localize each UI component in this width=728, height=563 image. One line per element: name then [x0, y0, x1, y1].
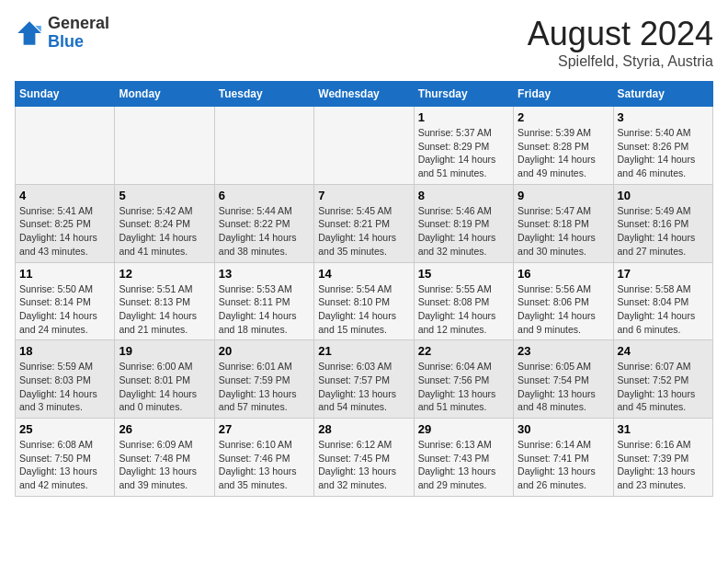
day-info: Sunrise: 5:45 AM Sunset: 8:21 PM Dayligh…	[318, 204, 409, 259]
calendar-cell: 1Sunrise: 5:37 AM Sunset: 8:29 PM Daylig…	[414, 107, 513, 185]
calendar-cell: 5Sunrise: 5:42 AM Sunset: 8:24 PM Daylig…	[115, 184, 214, 262]
day-info: Sunrise: 6:07 AM Sunset: 7:52 PM Dayligh…	[618, 360, 709, 414]
header-monday: Monday	[115, 82, 214, 107]
day-number: 16	[518, 267, 609, 281]
calendar-cell: 11Sunrise: 5:50 AM Sunset: 8:14 PM Dayli…	[16, 262, 115, 340]
calendar-cell: 4Sunrise: 5:41 AM Sunset: 8:25 PM Daylig…	[16, 184, 115, 262]
day-info: Sunrise: 5:40 AM Sunset: 8:26 PM Dayligh…	[618, 126, 709, 180]
day-number: 9	[518, 189, 609, 202]
logo: General Blue	[15, 15, 109, 52]
day-info: Sunrise: 5:51 AM Sunset: 8:13 PM Dayligh…	[119, 282, 210, 337]
day-number: 30	[518, 422, 609, 436]
day-number: 27	[219, 422, 310, 436]
calendar-cell: 17Sunrise: 5:58 AM Sunset: 8:04 PM Dayli…	[613, 262, 712, 340]
day-info: Sunrise: 5:41 AM Sunset: 8:25 PM Dayligh…	[19, 204, 110, 259]
day-number: 3	[618, 110, 709, 124]
day-info: Sunrise: 5:58 AM Sunset: 8:04 PM Dayligh…	[618, 282, 709, 337]
day-info: Sunrise: 5:46 AM Sunset: 8:19 PM Dayligh…	[418, 204, 509, 259]
week-row-3: 11Sunrise: 5:50 AM Sunset: 8:14 PM Dayli…	[16, 262, 713, 340]
day-number: 8	[418, 189, 509, 202]
calendar-cell: 2Sunrise: 5:39 AM Sunset: 8:28 PM Daylig…	[514, 107, 613, 185]
day-number: 13	[219, 267, 310, 281]
day-info: Sunrise: 6:14 AM Sunset: 7:41 PM Dayligh…	[518, 438, 609, 492]
week-row-4: 18Sunrise: 5:59 AM Sunset: 8:03 PM Dayli…	[16, 340, 713, 419]
logo-general-text: General	[48, 14, 109, 32]
header-friday: Friday	[514, 82, 613, 107]
calendar-cell	[314, 107, 414, 185]
day-number: 18	[19, 344, 110, 358]
day-number: 17	[618, 267, 709, 281]
svg-marker-0	[17, 21, 41, 45]
day-number: 25	[19, 422, 110, 436]
day-info: Sunrise: 5:42 AM Sunset: 8:24 PM Dayligh…	[119, 204, 210, 259]
day-number: 11	[19, 267, 110, 281]
day-info: Sunrise: 5:50 AM Sunset: 8:14 PM Dayligh…	[19, 282, 110, 337]
day-info: Sunrise: 5:54 AM Sunset: 8:10 PM Dayligh…	[318, 282, 409, 337]
header-tuesday: Tuesday	[214, 82, 313, 107]
day-info: Sunrise: 6:00 AM Sunset: 8:01 PM Dayligh…	[119, 360, 210, 414]
calendar-cell	[115, 107, 214, 185]
day-info: Sunrise: 5:53 AM Sunset: 8:11 PM Dayligh…	[219, 282, 310, 337]
day-number: 29	[418, 422, 509, 436]
day-number: 24	[618, 344, 709, 358]
title-block: August 2024 Spielfeld, Styria, Austria	[528, 15, 713, 70]
day-number: 21	[318, 344, 409, 358]
day-number: 7	[318, 189, 409, 202]
calendar-cell: 13Sunrise: 5:53 AM Sunset: 8:11 PM Dayli…	[214, 262, 313, 340]
calendar-cell: 15Sunrise: 5:55 AM Sunset: 8:08 PM Dayli…	[414, 262, 513, 340]
day-number: 28	[318, 422, 409, 436]
day-number: 5	[119, 189, 210, 202]
header-sunday: Sunday	[16, 82, 115, 107]
day-info: Sunrise: 5:56 AM Sunset: 8:06 PM Dayligh…	[518, 282, 609, 337]
day-info: Sunrise: 6:09 AM Sunset: 7:48 PM Dayligh…	[119, 438, 210, 492]
header-row: SundayMondayTuesdayWednesdayThursdayFrid…	[16, 82, 713, 107]
header-wednesday: Wednesday	[314, 82, 414, 107]
day-info: Sunrise: 5:49 AM Sunset: 8:16 PM Dayligh…	[618, 204, 709, 259]
calendar-cell: 16Sunrise: 5:56 AM Sunset: 8:06 PM Dayli…	[514, 262, 613, 340]
day-info: Sunrise: 5:37 AM Sunset: 8:29 PM Dayligh…	[418, 126, 509, 180]
day-number: 20	[219, 344, 310, 358]
calendar-cell	[16, 107, 115, 185]
day-info: Sunrise: 5:55 AM Sunset: 8:08 PM Dayligh…	[418, 282, 509, 337]
calendar-cell: 25Sunrise: 6:08 AM Sunset: 7:50 PM Dayli…	[16, 419, 115, 497]
calendar-cell: 9Sunrise: 5:47 AM Sunset: 8:18 PM Daylig…	[514, 184, 613, 262]
week-row-1: 1Sunrise: 5:37 AM Sunset: 8:29 PM Daylig…	[16, 107, 713, 185]
header-saturday: Saturday	[613, 82, 712, 107]
calendar-cell: 6Sunrise: 5:44 AM Sunset: 8:22 PM Daylig…	[214, 184, 313, 262]
location-subtitle: Spielfeld, Styria, Austria	[528, 53, 713, 70]
calendar-cell: 22Sunrise: 6:04 AM Sunset: 7:56 PM Dayli…	[414, 340, 513, 419]
page-header: General Blue August 2024 Spielfeld, Styr…	[15, 15, 713, 70]
calendar-cell	[214, 107, 313, 185]
day-number: 12	[119, 267, 210, 281]
day-number: 6	[219, 189, 310, 202]
calendar-cell: 20Sunrise: 6:01 AM Sunset: 7:59 PM Dayli…	[214, 340, 313, 419]
day-number: 19	[119, 344, 210, 358]
day-number: 15	[418, 267, 509, 281]
calendar-cell: 10Sunrise: 5:49 AM Sunset: 8:16 PM Dayli…	[613, 184, 712, 262]
day-info: Sunrise: 6:04 AM Sunset: 7:56 PM Dayligh…	[418, 360, 509, 414]
calendar-cell: 27Sunrise: 6:10 AM Sunset: 7:46 PM Dayli…	[214, 419, 313, 497]
day-number: 31	[618, 422, 709, 436]
calendar-cell: 3Sunrise: 5:40 AM Sunset: 8:26 PM Daylig…	[613, 107, 712, 185]
day-info: Sunrise: 5:39 AM Sunset: 8:28 PM Dayligh…	[518, 126, 609, 180]
day-info: Sunrise: 6:13 AM Sunset: 7:43 PM Dayligh…	[418, 438, 509, 492]
month-year-title: August 2024	[528, 15, 713, 53]
day-info: Sunrise: 6:16 AM Sunset: 7:39 PM Dayligh…	[618, 438, 709, 492]
calendar-cell: 19Sunrise: 6:00 AM Sunset: 8:01 PM Dayli…	[115, 340, 214, 419]
calendar-cell: 14Sunrise: 5:54 AM Sunset: 8:10 PM Dayli…	[314, 262, 414, 340]
day-info: Sunrise: 6:05 AM Sunset: 7:54 PM Dayligh…	[518, 360, 609, 414]
calendar-cell: 30Sunrise: 6:14 AM Sunset: 7:41 PM Dayli…	[514, 419, 613, 497]
calendar-cell: 21Sunrise: 6:03 AM Sunset: 7:57 PM Dayli…	[314, 340, 414, 419]
day-info: Sunrise: 6:03 AM Sunset: 7:57 PM Dayligh…	[318, 360, 409, 414]
day-number: 2	[518, 110, 609, 124]
day-number: 22	[418, 344, 509, 358]
calendar-cell: 26Sunrise: 6:09 AM Sunset: 7:48 PM Dayli…	[115, 419, 214, 497]
calendar-cell: 7Sunrise: 5:45 AM Sunset: 8:21 PM Daylig…	[314, 184, 414, 262]
logo-icon	[15, 18, 44, 48]
day-number: 23	[518, 344, 609, 358]
day-info: Sunrise: 5:44 AM Sunset: 8:22 PM Dayligh…	[219, 204, 310, 259]
day-number: 4	[19, 189, 110, 202]
day-number: 10	[618, 189, 709, 202]
day-info: Sunrise: 5:47 AM Sunset: 8:18 PM Dayligh…	[518, 204, 609, 259]
calendar-cell: 28Sunrise: 6:12 AM Sunset: 7:45 PM Dayli…	[314, 419, 414, 497]
